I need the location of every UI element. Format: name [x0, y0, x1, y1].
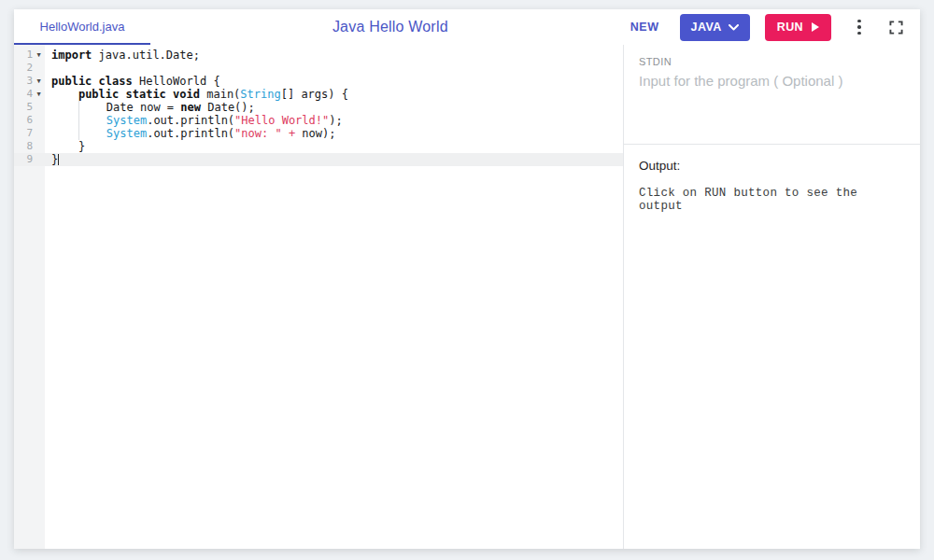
code-text: } — [45, 153, 59, 166]
line-number: 2 — [14, 62, 33, 75]
code-text: import java.util.Date; — [45, 49, 200, 62]
fold-arrow-icon[interactable]: ▼ — [33, 49, 45, 62]
new-button[interactable]: NEW — [630, 21, 659, 34]
fold-spacer — [33, 140, 45, 153]
output-message: Click on RUN button to see the output — [639, 187, 905, 213]
line-number: 4 — [14, 88, 33, 101]
line-number: 1 — [14, 49, 33, 62]
fold-spacer — [33, 127, 45, 140]
output-label: Output: — [639, 159, 905, 173]
play-icon — [812, 22, 819, 32]
line-number: 9 — [14, 153, 33, 166]
code-text: } — [45, 140, 85, 153]
fold-arrow-icon[interactable]: ▼ — [33, 88, 45, 101]
code-line[interactable]: 7 System.out.println("now: " + now); — [14, 127, 623, 140]
file-tab-label: HelloWorld.java — [40, 20, 125, 34]
page-title: Java Hello World — [333, 19, 448, 35]
code-line[interactable]: 4▼ public static void main(String[] args… — [14, 88, 623, 101]
code-line[interactable]: 6 System.out.println("Hello World!"); — [14, 114, 623, 127]
code-text: public static void main(String[] args) { — [45, 88, 348, 101]
file-tab[interactable]: HelloWorld.java — [14, 9, 150, 45]
code-editor[interactable]: 1▼import java.util.Date;23▼public class … — [14, 45, 623, 549]
fold-spacer — [33, 114, 45, 127]
run-button-label: RUN — [777, 21, 803, 34]
more-options-icon[interactable] — [850, 16, 869, 38]
code-text — [45, 62, 51, 75]
fold-spacer — [33, 62, 45, 75]
ide-window: HelloWorld.java Java Hello World NEW JAV… — [14, 9, 920, 549]
code-lines: 1▼import java.util.Date;23▼public class … — [14, 45, 623, 166]
fold-spacer — [33, 101, 45, 114]
toolbar: HelloWorld.java Java Hello World NEW JAV… — [14, 9, 920, 45]
fold-spacer — [33, 153, 45, 166]
code-line[interactable]: 3▼public class HelloWorld { — [14, 75, 623, 88]
io-panel: STDIN Output: Click on RUN button to see… — [624, 45, 920, 549]
main-split: 1▼import java.util.Date;23▼public class … — [14, 45, 920, 549]
line-number: 7 — [14, 127, 33, 140]
fold-arrow-icon[interactable]: ▼ — [33, 75, 45, 88]
code-text: System.out.println("Hello World!"); — [45, 114, 343, 127]
output-section: Output: Click on RUN button to see the o… — [624, 145, 920, 549]
toolbar-controls: NEW JAVA RUN — [630, 14, 920, 41]
code-line[interactable]: 9} — [14, 153, 623, 166]
line-number: 8 — [14, 140, 33, 153]
text-cursor — [58, 154, 59, 165]
code-text: Date now = new Date(); — [45, 101, 255, 114]
title-zone: Java Hello World — [150, 19, 630, 35]
line-number: 3 — [14, 75, 33, 88]
chevron-down-icon — [729, 24, 739, 31]
stdin-section: STDIN — [624, 45, 920, 145]
code-line[interactable]: 1▼import java.util.Date; — [14, 49, 623, 62]
code-text: public class HelloWorld { — [45, 75, 220, 88]
language-dropdown-label: JAVA — [691, 21, 722, 34]
code-line[interactable]: 8 } — [14, 140, 623, 153]
fullscreen-icon[interactable] — [889, 21, 903, 35]
language-dropdown-button[interactable]: JAVA — [680, 14, 750, 41]
line-number: 5 — [14, 101, 33, 114]
stdin-input[interactable] — [639, 73, 905, 138]
code-line[interactable]: 5 Date now = new Date(); — [14, 101, 623, 114]
code-text: System.out.println("now: " + now); — [45, 127, 336, 140]
line-number: 6 — [14, 114, 33, 127]
code-line[interactable]: 2 — [14, 62, 623, 75]
run-button[interactable]: RUN — [765, 14, 831, 41]
stdin-label: STDIN — [639, 56, 905, 67]
